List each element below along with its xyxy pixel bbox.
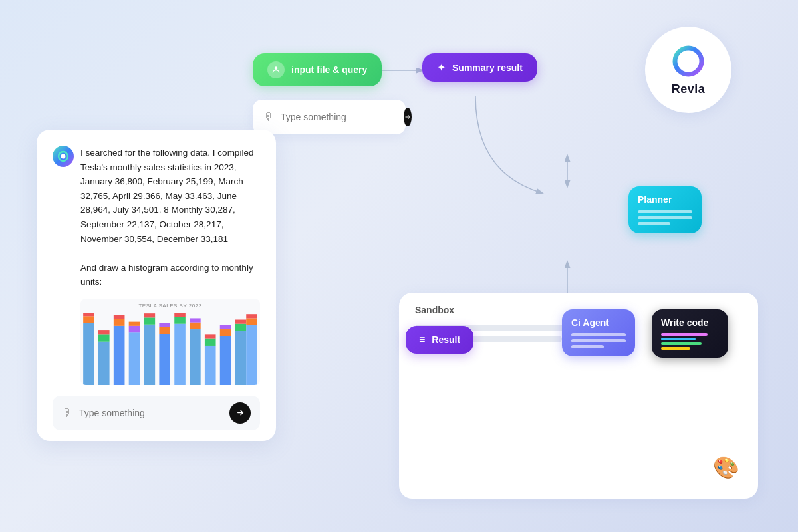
svg-rect-19 xyxy=(98,342,110,385)
svg-rect-30 xyxy=(144,313,156,317)
mic-icon: 🎙 xyxy=(263,111,274,123)
svg-rect-23 xyxy=(114,319,125,325)
svg-rect-27 xyxy=(129,322,140,326)
chat-panel: I searched for the following data. I com… xyxy=(37,130,276,441)
svg-rect-48 xyxy=(235,319,247,323)
svg-rect-17 xyxy=(83,316,94,323)
svg-rect-22 xyxy=(114,326,125,385)
planner-label: Planner xyxy=(638,194,692,205)
svg-rect-16 xyxy=(83,323,94,385)
svg-rect-21 xyxy=(98,330,110,334)
ci-agent-node[interactable]: Ci Agent xyxy=(562,309,635,356)
svg-rect-39 xyxy=(190,318,201,322)
svg-rect-47 xyxy=(235,324,247,331)
svg-point-13 xyxy=(275,66,278,70)
top-search-input[interactable] xyxy=(281,112,397,122)
write-code-node[interactable]: Write code xyxy=(652,309,728,358)
svg-rect-33 xyxy=(159,323,170,327)
chart-container: TESLA SALES BY 2023 xyxy=(80,299,260,385)
svg-rect-25 xyxy=(129,332,140,385)
chat-message-text: I searched for the following data. I com… xyxy=(80,146,260,289)
svg-rect-38 xyxy=(190,323,201,329)
chart-title: TESLA SALES BY 2023 xyxy=(138,303,201,309)
result-label: Result xyxy=(432,334,460,345)
summary-node[interactable]: ✦ Summary result xyxy=(422,53,537,82)
svg-rect-28 xyxy=(144,325,156,385)
planner-node[interactable]: Planner xyxy=(628,186,702,233)
svg-rect-12 xyxy=(691,53,696,59)
svg-rect-41 xyxy=(205,339,216,346)
svg-rect-32 xyxy=(159,327,170,334)
top-send-button[interactable] xyxy=(404,108,412,126)
svg-point-15 xyxy=(61,154,66,159)
chat-input-bar: 🎙 xyxy=(53,396,260,430)
ci-agent-label: Ci Agent xyxy=(571,317,626,328)
svg-rect-43 xyxy=(220,336,231,385)
input-file-node[interactable]: input file & query xyxy=(253,53,382,86)
chat-search-input[interactable] xyxy=(79,408,223,418)
svg-rect-51 xyxy=(246,314,257,318)
result-icon: ≡ xyxy=(419,334,425,346)
svg-rect-20 xyxy=(98,334,110,341)
chat-avatar xyxy=(53,146,74,167)
code-lines xyxy=(661,333,719,350)
ci-agent-lines xyxy=(571,333,626,348)
revia-logo: Revia xyxy=(645,27,732,113)
sparkle-icon: ✦ xyxy=(437,61,446,74)
input-file-label: input file & query xyxy=(291,65,367,75)
type-input-top: 🎙 xyxy=(253,100,406,134)
planner-lines xyxy=(638,210,692,225)
svg-rect-46 xyxy=(235,331,247,385)
svg-rect-42 xyxy=(205,334,216,338)
svg-rect-26 xyxy=(129,326,140,332)
svg-rect-34 xyxy=(174,324,186,385)
svg-rect-40 xyxy=(205,346,216,385)
mic-icon-chat: 🎙 xyxy=(62,407,72,419)
svg-rect-35 xyxy=(174,317,186,323)
user-icon xyxy=(267,61,285,78)
svg-rect-49 xyxy=(246,325,257,385)
svg-rect-44 xyxy=(220,329,231,336)
chat-send-button[interactable] xyxy=(229,402,251,424)
chat-message-row: I searched for the following data. I com… xyxy=(53,146,260,385)
summary-label: Summary result xyxy=(452,63,523,73)
revia-title: Revia xyxy=(672,82,706,96)
svg-rect-29 xyxy=(144,317,156,324)
svg-rect-45 xyxy=(220,325,231,329)
palette-icon: 🎨 xyxy=(713,455,739,480)
svg-rect-36 xyxy=(174,313,186,317)
result-node[interactable]: ≡ Result xyxy=(406,326,473,354)
svg-rect-18 xyxy=(83,313,94,316)
svg-rect-24 xyxy=(114,315,125,319)
svg-rect-31 xyxy=(159,334,170,385)
write-code-label: Write code xyxy=(661,317,719,328)
svg-rect-50 xyxy=(246,318,257,325)
svg-rect-37 xyxy=(190,329,201,385)
